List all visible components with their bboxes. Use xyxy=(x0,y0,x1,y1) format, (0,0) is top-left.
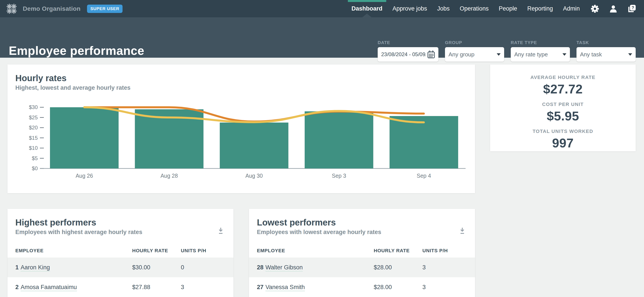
rank: 1 xyxy=(15,264,19,271)
chevron-down-icon xyxy=(562,53,566,56)
highest-performers-title: Highest performers xyxy=(15,218,226,227)
units-cell: 3 xyxy=(422,264,475,271)
svg-text:$10: $10 xyxy=(29,145,38,151)
settings-gear-icon[interactable] xyxy=(590,5,599,13)
stat-cost-per-unit: COST PER UNIT $5.95 xyxy=(490,102,636,123)
nav-tab-admin[interactable]: Admin xyxy=(558,0,585,17)
date-range-input[interactable]: 23/08/2024 - 05/09/2024 xyxy=(378,47,438,62)
highest-performers-table: EMPLOYEE HOURLY RATE UNITS P/H 1Aaron Ki… xyxy=(8,244,234,297)
org-logo-icon xyxy=(5,3,18,15)
rank: 27 xyxy=(257,284,264,290)
stat-label: AVERAGE HOURLY RATE xyxy=(490,75,636,80)
col-hourly-rate: HOURLY RATE xyxy=(132,248,181,253)
highest-performers-card: Highest performers Employees with highes… xyxy=(8,209,234,297)
filter-bar: DATE 23/08/2024 - 05/09/2024 GROUP xyxy=(378,40,636,62)
lowest-performers-subtitle: Employees with lowest average hourly rat… xyxy=(257,229,467,236)
group-filter-label: GROUP xyxy=(445,40,504,45)
topbar-icons: ? xyxy=(585,5,644,13)
date-filter-label: DATE xyxy=(378,40,438,45)
lowest-performers-table: EMPLOYEE HOURLY RATE UNITS P/H 28Walter … xyxy=(249,244,475,297)
hourly-rates-card: Hourly rates Highest, lowest and average… xyxy=(8,65,475,193)
nav-tab-people[interactable]: People xyxy=(494,0,522,17)
super-user-badge: SUPER USER xyxy=(87,5,122,13)
task-select-value: Any task xyxy=(580,51,602,58)
chart-title: Hourly rates xyxy=(15,73,467,83)
top-bar: Demo Organisation SUPER USER Dashboard A… xyxy=(0,0,644,17)
task-select[interactable]: Any task xyxy=(576,47,636,62)
svg-text:$25: $25 xyxy=(29,115,38,120)
nav-tab-reporting[interactable]: Reporting xyxy=(522,0,558,17)
svg-text:Sep 4: Sep 4 xyxy=(417,173,431,179)
rate-type-filter-label: RATE TYPE xyxy=(511,40,570,45)
table-header-row: EMPLOYEE HOURLY RATE UNITS P/H xyxy=(8,244,234,257)
nav-tab-operations[interactable]: Operations xyxy=(454,0,494,17)
table-row: 2Amosa Faamatuaimu $27.88 3 xyxy=(8,277,234,297)
hourly-rate-cell: $28.00 xyxy=(374,284,422,291)
chart-subtitle: Highest, lowest and average hourly rates xyxy=(15,85,467,91)
download-icon[interactable] xyxy=(217,227,224,235)
svg-text:$5: $5 xyxy=(32,155,38,161)
svg-text:$15: $15 xyxy=(29,135,38,141)
units-cell: 3 xyxy=(181,284,234,291)
stat-total-units-worked: TOTAL UNITS WORKED 997 xyxy=(490,129,636,150)
employee-link[interactable]: Vanessa Smith xyxy=(266,284,305,291)
group-select-value: Any group xyxy=(448,51,474,58)
stat-average-hourly-rate: AVERAGE HOURLY RATE $27.72 xyxy=(490,75,636,96)
rank: 28 xyxy=(257,264,264,271)
hourly-rate-cell: $27.88 xyxy=(132,284,181,291)
stat-value: 997 xyxy=(490,136,636,150)
page-title: Employee performance xyxy=(9,44,144,58)
svg-text:$30: $30 xyxy=(29,104,38,110)
col-units-ph: UNITS P/H xyxy=(181,248,234,253)
lowest-performers-title: Lowest performers xyxy=(257,218,467,227)
employee-link[interactable]: Walter Gibson xyxy=(266,264,303,271)
col-units-ph: UNITS P/H xyxy=(422,248,475,253)
svg-text:Sep 3: Sep 3 xyxy=(332,173,346,179)
table-row: 28Walter Gibson $28.00 3 xyxy=(249,257,475,277)
filter-group: GROUP Any group xyxy=(445,40,504,62)
svg-text:Aug 26: Aug 26 xyxy=(76,173,93,179)
svg-text:$0: $0 xyxy=(32,165,38,171)
hourly-rates-chart: $0$5$10$15$20$25$30Aug 26Aug 28Aug 30Sep… xyxy=(8,93,475,192)
calendar-icon xyxy=(428,51,435,58)
filter-date: DATE 23/08/2024 - 05/09/2024 xyxy=(378,40,438,62)
col-hourly-rate: HOURLY RATE xyxy=(374,248,422,253)
help-icon[interactable]: ? xyxy=(627,5,636,13)
user-profile-icon[interactable] xyxy=(609,5,618,13)
rate-type-select-value: Any rate type xyxy=(514,51,548,58)
rate-type-select[interactable]: Any rate type xyxy=(511,47,570,62)
col-employee: EMPLOYEE xyxy=(15,248,132,253)
chevron-down-icon xyxy=(497,53,501,56)
nav-tab-jobs[interactable]: Jobs xyxy=(432,0,454,17)
stat-value: $27.72 xyxy=(490,82,636,96)
page-header: Employee performance DATE 23/08/2024 - 0… xyxy=(0,17,644,58)
svg-text:Aug 28: Aug 28 xyxy=(160,173,178,179)
hourly-rate-cell: $28.00 xyxy=(374,264,422,271)
stat-label: COST PER UNIT xyxy=(490,102,636,107)
group-select[interactable]: Any group xyxy=(445,47,504,62)
table-header-row: EMPLOYEE HOURLY RATE UNITS P/H xyxy=(249,244,475,257)
employee-link[interactable]: Aaron King xyxy=(20,264,50,271)
svg-text:Aug 30: Aug 30 xyxy=(245,173,262,179)
task-filter-label: TASK xyxy=(576,40,636,45)
chevron-down-icon xyxy=(628,53,632,56)
svg-text:$20: $20 xyxy=(29,125,38,131)
col-employee: EMPLOYEE xyxy=(257,248,374,253)
employee-link[interactable]: Amosa Faamatuaimu xyxy=(20,284,77,291)
org-name: Demo Organisation xyxy=(23,5,80,12)
stat-value: $5.95 xyxy=(490,109,636,123)
table-row: 1Aaron King $30.00 0 xyxy=(8,257,234,277)
highest-performers-subtitle: Employees with highest average hourly ra… xyxy=(15,229,226,236)
filter-task: TASK Any task xyxy=(576,40,636,62)
units-cell: 3 xyxy=(422,284,475,291)
svg-text:?: ? xyxy=(632,5,634,10)
nav-tab-approve-jobs[interactable]: Approve jobs xyxy=(388,0,432,17)
download-icon[interactable] xyxy=(459,227,466,235)
nav-tab-dashboard[interactable]: Dashboard xyxy=(346,0,388,17)
units-cell: 0 xyxy=(181,264,234,271)
hourly-rate-cell: $30.00 xyxy=(132,264,181,271)
summary-stats-card: AVERAGE HOURLY RATE $27.72 COST PER UNIT… xyxy=(490,65,636,151)
date-range-value: 23/08/2024 - 05/09/2024 xyxy=(381,51,426,58)
brand: Demo Organisation SUPER USER xyxy=(0,3,122,15)
stat-label: TOTAL UNITS WORKED xyxy=(490,129,636,134)
